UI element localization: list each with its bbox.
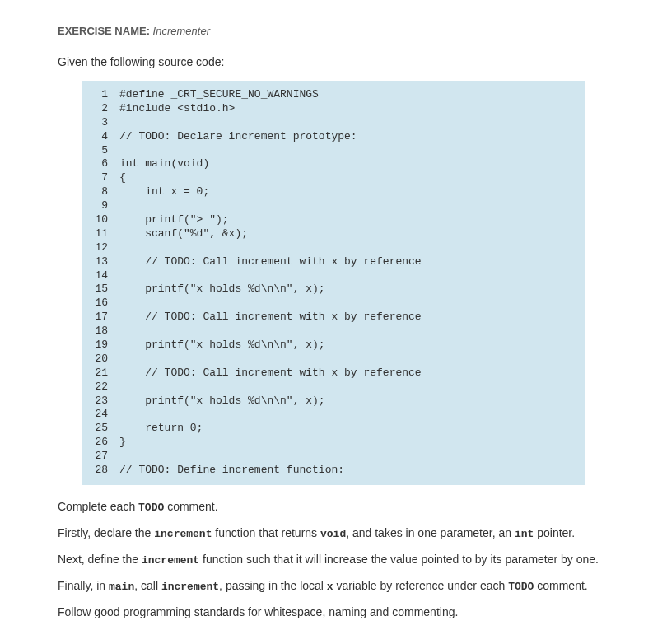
line-content: printf("x holds %d\n\n", x); bbox=[119, 338, 325, 352]
code-line: 4// TODO: Declare increment prototype: bbox=[83, 130, 584, 144]
text: function that returns bbox=[212, 526, 320, 539]
keyword-increment: increment bbox=[142, 554, 199, 567]
line-number: 7 bbox=[83, 171, 119, 185]
line-number: 17 bbox=[83, 310, 119, 324]
text: Next, define the bbox=[58, 553, 142, 566]
keyword-increment: increment bbox=[154, 528, 212, 540]
code-line: 12 bbox=[83, 241, 584, 255]
line-content: int main(void) bbox=[119, 157, 209, 171]
code-line: 28// TODO: Define increment function: bbox=[83, 464, 584, 478]
text: , passing in the local bbox=[219, 579, 327, 592]
instruction-paragraph-4: Finally, in main, call increment, passin… bbox=[58, 579, 609, 593]
line-number: 13 bbox=[83, 255, 119, 269]
exercise-header: EXERCISE NAME: Incrementer bbox=[58, 25, 609, 37]
line-number: 2 bbox=[83, 102, 119, 116]
instruction-paragraph-3: Next, define the increment function such… bbox=[58, 553, 609, 567]
keyword-increment: increment bbox=[161, 581, 219, 593]
keyword-todo: TODO bbox=[508, 581, 534, 593]
line-number: 18 bbox=[83, 324, 119, 338]
instruction-paragraph-1: Complete each TODO comment. bbox=[58, 500, 609, 514]
line-content: #define _CRT_SECURE_NO_WARNINGS bbox=[119, 88, 319, 102]
line-number: 4 bbox=[83, 130, 119, 144]
line-number: 22 bbox=[83, 380, 119, 394]
line-content: scanf("%d", &x); bbox=[119, 227, 248, 241]
keyword-x: x bbox=[327, 581, 334, 593]
code-line: 6int main(void) bbox=[83, 157, 584, 171]
line-number: 12 bbox=[83, 241, 119, 255]
line-number: 25 bbox=[83, 422, 119, 436]
code-line: 26} bbox=[83, 436, 584, 450]
exercise-label: EXERCISE NAME: bbox=[58, 25, 150, 37]
code-line: 2#include <stdio.h> bbox=[83, 102, 584, 116]
code-line: 23 printf("x holds %d\n\n", x); bbox=[83, 394, 584, 408]
code-line: 25 return 0; bbox=[83, 422, 584, 436]
text: Complete each bbox=[58, 500, 138, 513]
exercise-name: Incrementer bbox=[153, 25, 210, 37]
text: , and takes in one parameter, an bbox=[346, 526, 515, 539]
line-number: 28 bbox=[83, 464, 119, 478]
text: function such that it will increase the … bbox=[199, 553, 599, 566]
line-number: 10 bbox=[83, 213, 119, 227]
text: comment. bbox=[164, 500, 217, 513]
code-line: 20 bbox=[83, 352, 584, 366]
keyword-main: main bbox=[109, 581, 134, 593]
line-content: #include <stdio.h> bbox=[119, 102, 235, 116]
code-line: 10 printf("> "); bbox=[83, 213, 584, 227]
code-line: 19 printf("x holds %d\n\n", x); bbox=[83, 338, 584, 352]
line-content: printf("x holds %d\n\n", x); bbox=[119, 282, 325, 296]
code-line: 15 printf("x holds %d\n\n", x); bbox=[83, 282, 584, 296]
line-content: printf("> "); bbox=[119, 213, 229, 227]
line-content: // TODO: Define increment function: bbox=[119, 464, 344, 478]
line-content: { bbox=[119, 171, 126, 185]
code-line: 11 scanf("%d", &x); bbox=[83, 227, 584, 241]
line-content: } bbox=[119, 436, 126, 450]
code-line: 5 bbox=[83, 144, 584, 158]
source-code-block: 1#define _CRT_SECURE_NO_WARNINGS2#includ… bbox=[82, 81, 585, 485]
line-number: 3 bbox=[83, 116, 119, 130]
text: pointer. bbox=[534, 526, 575, 539]
instruction-paragraph-2: Firstly, declare the increment function … bbox=[58, 526, 609, 540]
code-line: 22 bbox=[83, 380, 584, 394]
line-number: 6 bbox=[83, 157, 119, 171]
line-number: 5 bbox=[83, 144, 119, 158]
code-line: 14 bbox=[83, 269, 584, 283]
line-number: 23 bbox=[83, 394, 119, 408]
text: variable by reference under each bbox=[334, 579, 508, 592]
line-number: 11 bbox=[83, 227, 119, 241]
keyword-todo: TODO bbox=[138, 502, 164, 514]
line-number: 26 bbox=[83, 436, 119, 450]
line-number: 1 bbox=[83, 88, 119, 102]
line-number: 20 bbox=[83, 352, 119, 366]
line-number: 19 bbox=[83, 338, 119, 352]
code-line: 3 bbox=[83, 116, 584, 130]
text: , call bbox=[134, 579, 161, 592]
line-content: printf("x holds %d\n\n", x); bbox=[119, 394, 325, 408]
line-number: 27 bbox=[83, 450, 119, 464]
code-line: 21 // TODO: Call increment with x by ref… bbox=[83, 366, 584, 380]
code-line: 1#define _CRT_SECURE_NO_WARNINGS bbox=[83, 88, 584, 102]
line-content: int x = 0; bbox=[119, 185, 209, 199]
line-content: // TODO: Call increment with x by refere… bbox=[119, 310, 422, 324]
instruction-paragraph-5: Follow good programming standards for wh… bbox=[58, 605, 609, 618]
line-number: 8 bbox=[83, 185, 119, 199]
code-line: 8 int x = 0; bbox=[83, 185, 584, 199]
code-line: 16 bbox=[83, 296, 584, 310]
code-line: 18 bbox=[83, 324, 584, 338]
keyword-int: int bbox=[515, 528, 534, 540]
text: Finally, in bbox=[58, 579, 109, 592]
line-content: // TODO: Declare increment prototype: bbox=[119, 130, 357, 144]
line-number: 24 bbox=[83, 408, 119, 422]
code-line: 13 // TODO: Call increment with x by ref… bbox=[83, 255, 584, 269]
line-content: // TODO: Call increment with x by refere… bbox=[119, 366, 422, 380]
line-number: 16 bbox=[83, 296, 119, 310]
line-number: 15 bbox=[83, 282, 119, 296]
code-line: 27 bbox=[83, 450, 584, 464]
line-number: 9 bbox=[83, 199, 119, 213]
line-content: // TODO: Call increment with x by refere… bbox=[119, 255, 422, 269]
line-content: return 0; bbox=[119, 422, 203, 436]
line-number: 14 bbox=[83, 269, 119, 283]
intro-text: Given the following source code: bbox=[58, 55, 609, 68]
keyword-void: void bbox=[320, 528, 346, 540]
text: comment. bbox=[534, 579, 587, 592]
code-line: 7{ bbox=[83, 171, 584, 185]
